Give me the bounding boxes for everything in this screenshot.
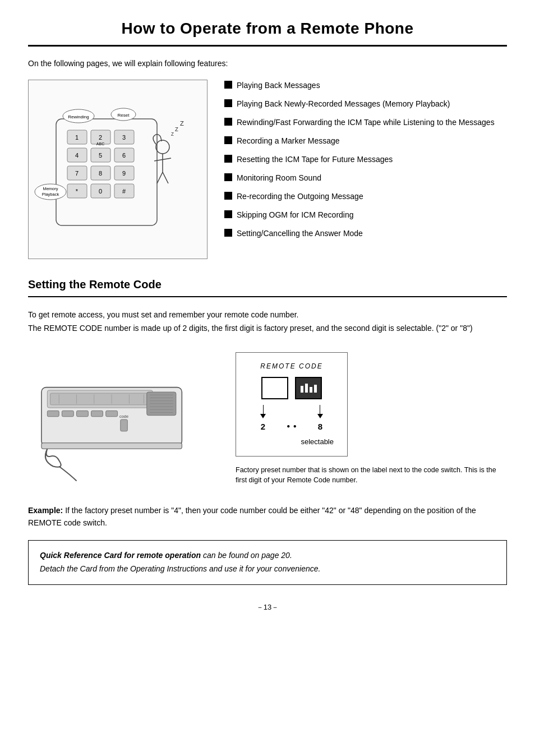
bullet-icon [224,81,232,89]
svg-rect-51 [62,411,73,416]
svg-text:z: z [171,131,174,137]
bullet-icon [224,118,232,126]
example-label: Example: [28,506,63,515]
svg-line-36 [157,172,163,183]
bars-icon [301,384,317,393]
page-number: －13－ [28,602,507,613]
svg-rect-43 [50,393,150,405]
right-digit-col: 8 [307,405,334,434]
svg-point-33 [156,140,169,154]
svg-rect-64 [121,420,128,431]
diagram-section: code REMOTE CODE [28,352,507,490]
svg-rect-63 [41,442,182,448]
section-rule [28,296,507,297]
svg-rect-53 [91,411,103,416]
quick-ref-box: Quick Reference Card for remote operatio… [28,540,507,585]
svg-text:ABC: ABC [96,142,104,146]
svg-text:*: * [76,188,79,195]
feature-item-2: Playing Back Newly-Recorded Messages (Me… [224,98,507,110]
feature-item-6: Monitoring Room Sound [224,172,507,184]
feature-item-1: Playing Back Messages [224,80,507,91]
feature-item-7: Re-recording the Outgoing Message [224,191,507,202]
svg-text:4: 4 [75,152,79,159]
svg-text:8: 8 [99,170,102,177]
svg-text:0: 0 [99,188,102,195]
rc-button-empty [261,377,288,399]
example-text: If the factory preset number is "4", the… [28,506,476,527]
section-title: Setting the Remote Code [28,276,507,293]
svg-text:9: 9 [122,170,126,177]
example-section: Example: If the factory preset number is… [28,504,507,529]
digit-8: 8 [318,421,322,434]
svg-text:z: z [180,118,184,127]
bullet-icon [224,229,232,237]
keypad-svg: 1 2 ABC 3 4 5 6 7 8 9 * 0 # [34,85,202,253]
digit-separator: ● ● [287,405,297,430]
svg-text:code: code [119,413,128,418]
svg-text:Rewinding: Rewinding [68,114,89,119]
quick-ref-line1: Quick Reference Card for remote operatio… [40,549,495,563]
svg-text:1: 1 [75,134,79,141]
remote-code-box: REMOTE CODE 2 [236,352,348,457]
svg-line-37 [163,172,168,183]
feature-item-3: Rewinding/Fast Forwarding the ICM Tape w… [224,117,507,128]
svg-text:Reset: Reset [118,113,130,118]
remote-code-diagram: REMOTE CODE 2 [236,352,507,486]
bullet-icon [224,173,232,181]
svg-text:z: z [175,125,178,133]
feature-list: Playing Back Messages Playing Back Newly… [224,80,507,259]
remote-code-label: REMOTE CODE [247,361,336,371]
svg-rect-54 [106,411,118,416]
svg-text:2: 2 [99,134,102,141]
bullet-icon [224,136,232,144]
feature-item-9: Setting/Cancelling the Answer Mode [224,228,507,239]
svg-text:5: 5 [99,152,102,159]
quick-ref-line2: Detach the Card from the Operating Instr… [40,563,495,576]
feature-item-5: Resetting the ICM Tape for Future Messag… [224,154,507,165]
quick-ref-bold: Quick Reference Card for remote operatio… [40,551,201,560]
bullet-icon [224,192,232,200]
svg-text:6: 6 [122,152,126,159]
digit-2: 2 [261,421,265,434]
bullet-icon [224,210,232,218]
answering-machine-svg: code [28,352,219,487]
svg-text:Playback: Playback [42,192,59,197]
page-title: How to Operate from a Remote Phone [28,17,507,40]
rc-buttons-row [247,377,336,399]
answering-machine-illustration: code [28,352,219,490]
arrow-line-left [263,405,264,414]
rc-button-filled [295,377,322,399]
left-digit-col: 2 [250,405,276,434]
quick-ref-rest: can be found on page 20. [201,551,292,560]
remote-code-description: To get remote access, you must set and r… [28,308,507,335]
arrow-down-right [317,414,323,418]
bullet-icon [224,155,232,163]
svg-rect-50 [47,411,59,416]
digits-arrows-section: 2 ● ● 8 [247,405,336,434]
svg-text:#: # [122,188,126,195]
title-rule [28,45,507,47]
intro-text: On the following pages, we will explain … [28,58,507,70]
selectable-label: selectable [247,436,336,448]
svg-text:7: 7 [75,170,79,177]
feature-item-8: Skipping OGM for ICM Recording [224,209,507,221]
phone-keypad-illustration: 1 2 ABC 3 4 5 6 7 8 9 * 0 # [28,80,207,259]
arrow-line-right [320,405,320,414]
svg-rect-52 [77,411,89,416]
svg-text:Memory: Memory [43,186,58,191]
svg-text:3: 3 [122,134,126,141]
factory-preset-text: Factory preset number that is shown on t… [236,465,507,486]
bullet-icon [224,99,232,107]
top-section: 1 2 ABC 3 4 5 6 7 8 9 * 0 # [28,80,507,259]
arrow-down-left [260,414,266,418]
feature-item-4: Recording a Marker Message [224,135,507,147]
